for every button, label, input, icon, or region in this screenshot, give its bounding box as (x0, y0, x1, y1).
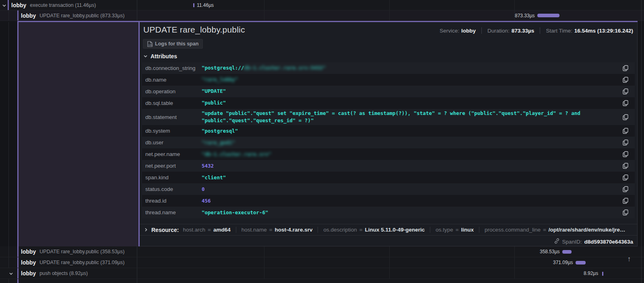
span-name-cell: lobby execute transaction (11.46µs) (0, 0, 137, 10)
logs-button-label: Logs for this span (155, 41, 198, 47)
attribute-row: net.peer.port 5432 (142, 160, 635, 172)
chevron-down-icon[interactable] (2, 3, 6, 8)
copy-icon[interactable] (622, 150, 629, 158)
service-name: lobby (21, 248, 36, 255)
attributes-table: db.connection_string "postgresql://db-1.… (142, 62, 635, 218)
span-row-partial (0, 279, 644, 283)
resource-value: /opt/rare/shard/env/nuke/jre… (549, 227, 625, 233)
attributes-section-header[interactable]: Attributes (143, 53, 177, 59)
service-name: lobby (21, 12, 36, 19)
resource-key: host.arch (183, 227, 205, 233)
resource-item: host.name = host-4.rare.srv (242, 227, 313, 233)
chevron-down-icon[interactable] (9, 271, 13, 276)
resource-item: process.command_line = /opt/rare/shard/e… (485, 227, 625, 233)
attribute-value: "db-1.cluster.rare.srv" (202, 151, 604, 158)
service-color-bar (17, 257, 19, 268)
attribute-row: db.user "rare_god1" (142, 137, 635, 148)
link-icon (554, 238, 560, 246)
attribute-key: net.peer.port (142, 163, 202, 169)
span-duration-bar[interactable] (562, 250, 572, 254)
resource-section[interactable]: Resource: host.arch = amd64 host.name = … (140, 224, 637, 236)
span-duration-bar[interactable] (537, 14, 559, 17)
resource-value: linux (461, 227, 474, 233)
timeline-gridline (264, 246, 264, 257)
operation-name: push objects (8.92µs) (39, 271, 88, 276)
resource-item: os.description = Linux 5.11.0-49-generic (323, 227, 425, 233)
operation-name: UPDATE rare_lobby.public (358.53µs) (39, 249, 124, 254)
span-duration-bar[interactable] (576, 261, 586, 265)
indent-guide (8, 22, 9, 246)
resource-value: host-4.rare.srv (275, 227, 313, 233)
divider (479, 227, 479, 233)
copy-icon[interactable] (622, 174, 629, 181)
span-duration-bar[interactable] (193, 3, 194, 7)
attribute-value: 0 (202, 186, 604, 193)
timeline-gridline (514, 268, 515, 279)
copy-icon[interactable] (622, 197, 629, 205)
span-row-push-objects[interactable]: lobby push objects (8.92µs) 8.92µs (0, 268, 644, 279)
attribute-row: db.operation "UPDATE" (142, 86, 635, 97)
start-time-value: 16.54ms (13:29:16.242) (574, 28, 633, 34)
copy-icon[interactable] (622, 76, 629, 84)
attribute-value: 456 (202, 197, 604, 205)
attribute-row: thread.name "operation-executor-6" (142, 207, 635, 218)
copy-icon[interactable] (622, 162, 629, 170)
logs-for-span-button[interactable]: LOG Logs for this span (143, 39, 203, 49)
copy-icon[interactable] (622, 99, 629, 107)
copy-icon[interactable] (622, 185, 629, 193)
span-row-update-rare-lobby-selected[interactable]: lobby UPDATE rare_lobby.public (873.33µs… (0, 10, 644, 21)
resource-key: process.command_line (485, 227, 541, 233)
timeline-gridline (389, 257, 390, 268)
divider (318, 227, 318, 233)
service-color-bar (17, 10, 19, 21)
span-id-row[interactable]: SpanID: d8d593870e64363a (554, 237, 633, 246)
resource-key: os.description (323, 227, 357, 233)
page-right-border (641, 0, 642, 283)
span-detail-panel: UPDATE rare_lobby.public Service: lobby … (140, 22, 638, 246)
trace-view: lobby execute transaction (11.46µs) 11.4… (0, 0, 644, 283)
copy-icon[interactable] (622, 209, 629, 216)
span-duration-label: 873.33µs (515, 10, 535, 21)
copy-icon[interactable] (622, 88, 629, 95)
indent-guide (8, 246, 9, 257)
operation-name: UPDATE rare_lobby.public (371.09µs) (39, 260, 124, 265)
timeline-gridline (264, 10, 264, 21)
span-name-cell (0, 279, 137, 283)
timeline-gridline (264, 257, 264, 268)
attribute-key: db.user (142, 139, 202, 146)
span-id-value: d8d593870e64363a (584, 239, 633, 245)
timeline-gridline (389, 0, 390, 10)
attribute-key: db.name (142, 77, 202, 83)
span-name-cell: lobby UPDATE rare_lobby.public (873.33µs… (0, 10, 137, 21)
operation-name: UPDATE rare_lobby.public (873.33µs) (39, 13, 124, 18)
copy-icon[interactable] (622, 64, 629, 72)
attribute-key: thread.name (142, 209, 202, 215)
attribute-value: "postgresql://db-1.cluster.rare.srv:5432… (202, 64, 604, 72)
attribute-row: db.system "postgresql" (142, 125, 635, 137)
divider (540, 27, 540, 34)
copy-icon[interactable] (622, 113, 629, 121)
attribute-key: db.connection_string (142, 65, 202, 71)
span-name-cell: lobby UPDATE rare_lobby.public (358.53µs… (0, 246, 137, 257)
span-row-update-358[interactable]: lobby UPDATE rare_lobby.public (358.53µs… (0, 246, 644, 257)
attribute-key: net.peer.name (142, 151, 202, 157)
span-duration-label: 371.09µs (553, 257, 573, 268)
attribute-value: "postgresql" (202, 127, 604, 135)
attribute-value: "UPDATE" (202, 88, 604, 95)
copy-icon[interactable] (622, 139, 629, 146)
resource-key: os.type (436, 227, 453, 233)
copy-icon[interactable] (622, 127, 629, 135)
service-name: lobby (21, 270, 36, 277)
log-document-icon: LOG (147, 41, 153, 47)
span-title: UPDATE rare_lobby.public (143, 25, 245, 35)
span-row-execute-transaction[interactable]: lobby execute transaction (11.46µs) 11.4… (0, 0, 644, 10)
equals-sign: = (359, 227, 363, 233)
span-row-update-371[interactable]: lobby UPDATE rare_lobby.public (371.09µs… (0, 257, 644, 268)
attributes-section-label: Attributes (151, 53, 177, 59)
selected-span-indent-area (19, 22, 138, 246)
scroll-to-top-button[interactable]: ↑ (623, 253, 635, 265)
timeline-gridline (264, 268, 264, 279)
span-duration-bar[interactable] (602, 272, 603, 276)
attribute-value: "rare_lobby" (202, 76, 604, 83)
operation-name: execute transaction (11.46µs) (30, 2, 96, 8)
